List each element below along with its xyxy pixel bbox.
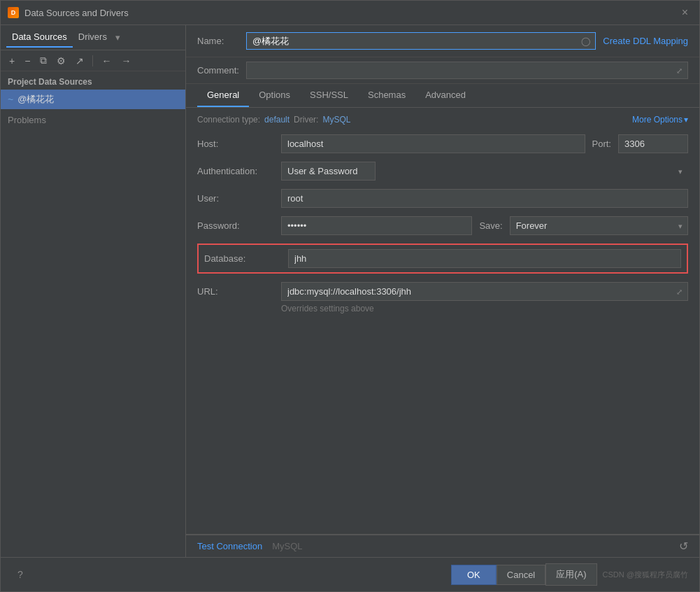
password-label: Password: bbox=[197, 220, 274, 231]
watermark: CSDN @搜狐程序员腐竹 bbox=[603, 570, 688, 580]
section-title: Project Data Sources bbox=[1, 71, 185, 90]
port-input[interactable] bbox=[618, 134, 688, 153]
remove-datasource-button[interactable]: − bbox=[22, 54, 33, 68]
name-input-icon: ◯ bbox=[581, 36, 590, 46]
datasource-label: @橘花花 bbox=[17, 93, 54, 106]
chevron-down-icon: ▾ bbox=[684, 115, 688, 125]
tab-options[interactable]: Options bbox=[249, 84, 300, 107]
comment-label: Comment: bbox=[197, 65, 239, 76]
copy-datasource-button[interactable]: ⧉ bbox=[37, 53, 50, 68]
user-label: User: bbox=[197, 193, 274, 204]
tab-sshssl[interactable]: SSH/SSL bbox=[300, 84, 358, 107]
overrides-text: Overrides settings above bbox=[281, 304, 688, 313]
problems-section[interactable]: Problems bbox=[1, 109, 185, 131]
form-area: Connection type: default Driver: MySQL M… bbox=[186, 108, 699, 534]
tab-data-sources[interactable]: Data Sources bbox=[6, 27, 73, 48]
authentication-select[interactable]: User & Password No auth SSH bbox=[281, 162, 376, 181]
expand-icon[interactable]: ⤢ bbox=[676, 66, 683, 75]
name-input[interactable] bbox=[246, 32, 596, 50]
refresh-icon[interactable]: ↺ bbox=[679, 540, 688, 553]
main-content: Data Sources Drivers ▾ + − ⧉ ⚙ ↗ ← → Pro… bbox=[1, 25, 699, 557]
ok-button[interactable]: OK bbox=[451, 565, 497, 585]
name-label: Name: bbox=[197, 36, 239, 46]
app-icon: D bbox=[8, 7, 19, 18]
connection-type-label: Connection type: bbox=[197, 115, 260, 125]
authentication-label: Authentication: bbox=[197, 166, 274, 176]
url-input[interactable] bbox=[281, 282, 688, 301]
url-expand-icon[interactable]: ⤢ bbox=[676, 287, 683, 296]
back-button[interactable]: ← bbox=[99, 54, 114, 68]
url-row: URL: ⤢ bbox=[197, 282, 688, 301]
password-row: Password: Save: Forever Until restart Ne… bbox=[197, 216, 688, 235]
datasource-icon: ~ bbox=[8, 94, 13, 105]
tab-drivers[interactable]: Drivers bbox=[73, 27, 113, 48]
tabs-row: General Options SSH/SSL Schemas Advanced bbox=[186, 84, 699, 108]
name-row: Name: ◯ Create DDL Mapping bbox=[186, 25, 699, 57]
connection-type-row: Connection type: default Driver: MySQL M… bbox=[197, 115, 688, 125]
toolbar-separator bbox=[92, 55, 93, 66]
datasource-item-orangeflower[interactable]: ~ @橘花花 bbox=[1, 90, 185, 109]
apply-button[interactable]: 应用(A) bbox=[545, 563, 597, 586]
authentication-select-wrap: User & Password No auth SSH ▾ bbox=[281, 162, 688, 181]
sidebar-tab-dropdown-icon[interactable]: ▾ bbox=[115, 32, 120, 43]
database-row: Database: 数据库 bbox=[197, 244, 688, 274]
driver-label: Driver: bbox=[294, 115, 318, 125]
connection-type-value[interactable]: default bbox=[264, 115, 290, 125]
name-input-wrap: ◯ bbox=[246, 32, 596, 50]
cancel-button[interactable]: Cancel bbox=[497, 565, 545, 585]
host-input[interactable] bbox=[281, 134, 585, 153]
right-panel: Name: ◯ Create DDL Mapping Comment: ⤢ Ge… bbox=[186, 25, 699, 557]
share-button[interactable]: ↗ bbox=[73, 54, 87, 68]
port-label: Port: bbox=[592, 139, 611, 149]
password-input[interactable] bbox=[281, 216, 472, 235]
tab-advanced[interactable]: Advanced bbox=[415, 84, 476, 107]
test-connection-link[interactable]: Test Connection bbox=[197, 541, 262, 551]
driver-value[interactable]: MySQL bbox=[322, 115, 350, 125]
host-label: Host: bbox=[197, 139, 274, 149]
url-input-wrap: ⤢ bbox=[281, 282, 688, 301]
data-sources-dialog: D Data Sources and Drivers × Data Source… bbox=[0, 0, 700, 592]
add-datasource-button[interactable]: + bbox=[6, 54, 17, 68]
save-select-wrap: Forever Until restart Never ▾ bbox=[510, 216, 688, 235]
bottom-bar: Test Connection MySQL ↺ bbox=[186, 535, 699, 557]
settings-button[interactable]: ⚙ bbox=[54, 54, 69, 68]
url-label: URL: bbox=[197, 286, 274, 297]
close-button[interactable]: × bbox=[678, 5, 692, 20]
help-button[interactable]: ? bbox=[12, 566, 29, 583]
title-bar-left: D Data Sources and Drivers bbox=[8, 7, 129, 18]
mysql-label: MySQL bbox=[272, 541, 302, 551]
comment-input[interactable] bbox=[246, 62, 688, 79]
dialog-title: Data Sources and Drivers bbox=[24, 8, 129, 18]
create-ddl-link[interactable]: Create DDL Mapping bbox=[603, 36, 688, 46]
footer: ? OK Cancel 应用(A) CSDN @搜狐程序员腐竹 bbox=[1, 557, 699, 591]
sidebar-tabs: Data Sources Drivers ▾ bbox=[1, 25, 185, 50]
comment-input-wrap: ⤢ bbox=[246, 62, 688, 79]
save-select[interactable]: Forever Until restart Never bbox=[510, 216, 688, 235]
right-panel-bottom: Test Connection MySQL ↺ bbox=[186, 534, 699, 557]
sidebar: Data Sources Drivers ▾ + − ⧉ ⚙ ↗ ← → Pro… bbox=[1, 25, 186, 557]
conn-type-info: Connection type: default Driver: MySQL bbox=[197, 115, 350, 125]
auth-select-arrow-icon: ▾ bbox=[678, 167, 683, 176]
user-row: User: bbox=[197, 189, 688, 208]
authentication-row: Authentication: User & Password No auth … bbox=[197, 162, 688, 181]
title-bar: D Data Sources and Drivers × bbox=[1, 1, 699, 25]
database-label: Database: bbox=[204, 253, 281, 264]
forward-button[interactable]: → bbox=[118, 54, 134, 68]
database-input[interactable] bbox=[288, 249, 681, 268]
save-label: Save: bbox=[479, 220, 502, 231]
host-row: Host: Port: bbox=[197, 134, 688, 153]
tab-general[interactable]: General bbox=[197, 84, 249, 107]
user-input[interactable] bbox=[281, 189, 688, 208]
comment-row: Comment: ⤢ bbox=[186, 57, 699, 84]
tab-schemas[interactable]: Schemas bbox=[358, 84, 415, 107]
sidebar-toolbar: + − ⧉ ⚙ ↗ ← → bbox=[1, 50, 185, 71]
more-options-link[interactable]: More Options ▾ bbox=[632, 115, 688, 125]
